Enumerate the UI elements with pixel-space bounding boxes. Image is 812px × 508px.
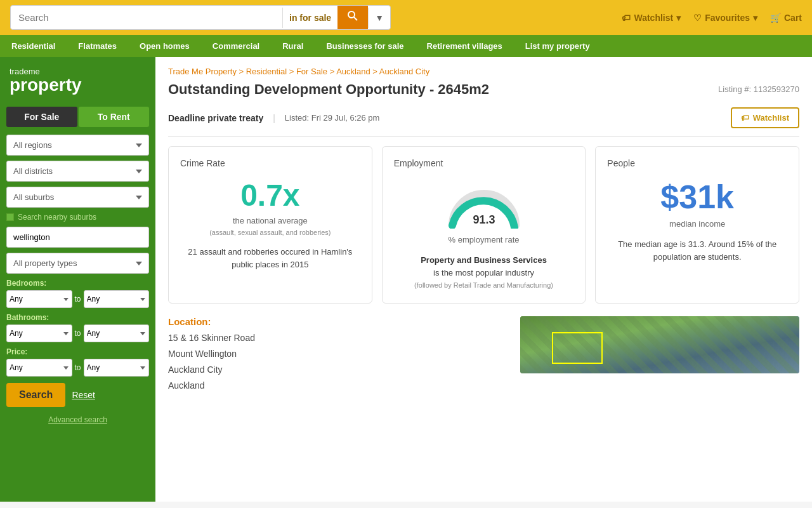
price-to-select[interactable]: Any xyxy=(84,359,150,377)
nav-rural[interactable]: Rural xyxy=(271,35,315,57)
price-from-select[interactable]: Any xyxy=(6,359,72,377)
nav-flatmates[interactable]: Flatmates xyxy=(67,35,128,57)
people-card: People $31k median income The median age… xyxy=(595,146,799,304)
listed-date: Listed: Fri 29 Jul, 6:26 pm xyxy=(285,113,380,123)
search-input[interactable] xyxy=(11,7,282,28)
nearby-checkbox-box xyxy=(6,213,14,221)
industry-followed: (followed by Retail Trade and Manufactur… xyxy=(414,281,553,289)
bedrooms-label: Bedrooms: xyxy=(6,279,149,288)
crime-card-title: Crime Rate xyxy=(180,158,360,168)
sale-rent-tabs: For Sale To Rent xyxy=(6,107,149,127)
nav-residential[interactable]: Residential xyxy=(0,35,67,57)
bed-to-label: to xyxy=(75,295,81,304)
regions-select[interactable]: All regions xyxy=(6,135,149,156)
deadline-badge: Deadline private treaty xyxy=(168,113,263,123)
meta-separator: | xyxy=(273,113,275,123)
crime-sub: the national average xyxy=(180,216,360,225)
bedrooms-from-select[interactable]: Any xyxy=(6,290,72,308)
aerial-placeholder xyxy=(520,316,799,373)
nearby-suburbs-checkbox[interactable]: Search nearby suburbs xyxy=(6,213,149,222)
header-actions: 🏷 Watchlist ▾ ♡ Favourites ▾ 🛒 Cart xyxy=(622,13,802,23)
crime-sub-small: (assault, sexual assault, and robberies) xyxy=(180,229,360,236)
heart-icon: ♡ xyxy=(693,13,702,23)
nearby-suburbs-label: Search nearby suburbs xyxy=(18,213,96,222)
search-bar: in for sale ▼ xyxy=(10,5,391,30)
advanced-search-link[interactable]: Advanced search xyxy=(0,412,155,427)
watchlist-button[interactable]: 🏷 Watchlist xyxy=(731,107,799,128)
breadcrumb-residential[interactable]: Residential xyxy=(246,67,287,76)
address-line2: Mount Wellington xyxy=(168,346,508,362)
bathrooms-to-select[interactable]: Any xyxy=(84,324,150,342)
page-layout: trademe property For Sale To Rent All re… xyxy=(0,57,812,502)
industry-bold: Property and Business Services xyxy=(421,255,547,265)
svg-text:91.3: 91.3 xyxy=(473,213,495,226)
suburbs-select[interactable]: All suburbs xyxy=(6,187,149,208)
watchlist-button[interactable]: 🏷 Watchlist ▾ xyxy=(622,13,681,23)
watchlist-icon-small: 🏷 xyxy=(741,113,749,123)
cart-icon: 🛒 xyxy=(770,13,781,23)
nav-retirement[interactable]: Retirement villages xyxy=(416,35,514,57)
title-row: Outstanding Development Opportunity - 26… xyxy=(168,81,799,101)
people-big-number: $31k xyxy=(607,178,787,216)
crime-description: 21 assault and robberies occured in Haml… xyxy=(180,246,360,271)
search-icon-button[interactable] xyxy=(337,6,368,29)
breadcrumb-auckland[interactable]: Auckland xyxy=(336,67,370,76)
bedrooms-to-select[interactable]: Any xyxy=(84,290,150,308)
listing-number: Listing #: 1132593270 xyxy=(718,84,799,94)
breadcrumb: Trade Me Property > Residential > For Sa… xyxy=(168,67,799,76)
employment-description: Property and Business Services is the mo… xyxy=(394,254,574,291)
breadcrumb-auckland-city[interactable]: Auckland City xyxy=(379,67,429,76)
gauge-container: 91.3 xyxy=(394,178,574,229)
top-header: in for sale ▼ 🏷 Watchlist ▾ ♡ Favourites… xyxy=(0,0,812,35)
reset-button[interactable]: Reset xyxy=(72,390,95,400)
employment-card: Employment 91.3 % employment rate Proper… xyxy=(382,146,586,304)
search-dropdown-arrow[interactable]: ▼ xyxy=(368,8,390,28)
bathrooms-label: Bathrooms: xyxy=(6,313,149,322)
crime-big-number: 0.7x xyxy=(180,178,360,213)
price-label: Price: xyxy=(6,347,149,356)
main-nav: Residential Flatmates Open homes Commerc… xyxy=(0,35,812,57)
address-line4: Auckland xyxy=(168,378,508,394)
property-title: Outstanding Development Opportunity - 26… xyxy=(168,81,489,98)
breadcrumb-forsale[interactable]: For Sale xyxy=(296,67,327,76)
location-input[interactable] xyxy=(6,227,149,248)
address-line1: 15 & 16 Skinner Road xyxy=(168,330,508,346)
sidebar-logo: trademe property xyxy=(0,57,155,100)
crime-card: Crime Rate 0.7x the national average (as… xyxy=(168,146,372,304)
logo-property-text: property xyxy=(10,76,146,94)
svg-point-0 xyxy=(348,11,355,18)
listing-meta: Deadline private treaty | Listed: Fri 29… xyxy=(168,107,799,137)
people-sub: median income xyxy=(607,219,787,229)
nav-commercial[interactable]: Commercial xyxy=(201,35,271,57)
price-row: Any to Any xyxy=(6,359,149,377)
location-address: 15 & 16 Skinner Road Mount Wellington Au… xyxy=(168,330,508,394)
tab-to-rent[interactable]: To Rent xyxy=(79,107,150,127)
watchlist-icon: 🏷 xyxy=(622,13,631,23)
price-to-label: to xyxy=(75,363,81,372)
favourites-button[interactable]: ♡ Favourites ▾ xyxy=(693,13,757,23)
nav-open-homes[interactable]: Open homes xyxy=(128,35,201,57)
people-card-title: People xyxy=(607,158,787,168)
info-cards: Crime Rate 0.7x the national average (as… xyxy=(168,146,799,304)
bath-to-label: to xyxy=(75,329,81,338)
in-for-sale-selector[interactable]: in for sale xyxy=(282,8,337,28)
bathrooms-row: Any to Any xyxy=(6,324,149,342)
breadcrumb-trademe[interactable]: Trade Me Property xyxy=(168,67,237,76)
search-button[interactable]: Search xyxy=(6,383,65,407)
employment-gauge: 91.3 xyxy=(443,178,525,229)
tab-for-sale[interactable]: For Sale xyxy=(6,107,77,127)
property-outline xyxy=(552,332,603,364)
cart-button[interactable]: 🛒 Cart xyxy=(770,13,802,23)
search-action-row: Search Reset xyxy=(6,383,149,407)
property-types-select[interactable]: All property types xyxy=(6,253,149,274)
districts-select[interactable]: All districts xyxy=(6,161,149,182)
bathrooms-from-select[interactable]: Any xyxy=(6,324,72,342)
location-label: Location: xyxy=(168,316,508,327)
nav-businesses[interactable]: Businesses for sale xyxy=(315,35,415,57)
industry-rest: is the most popular industry xyxy=(433,268,534,277)
employment-card-title: Employment xyxy=(394,158,574,168)
people-description: The median age is 31.3. Around 15% of th… xyxy=(607,238,787,263)
main-content: Trade Me Property > Residential > For Sa… xyxy=(155,57,812,502)
employment-rate-label: % employment rate xyxy=(394,235,574,244)
nav-list[interactable]: List my property xyxy=(514,35,601,57)
